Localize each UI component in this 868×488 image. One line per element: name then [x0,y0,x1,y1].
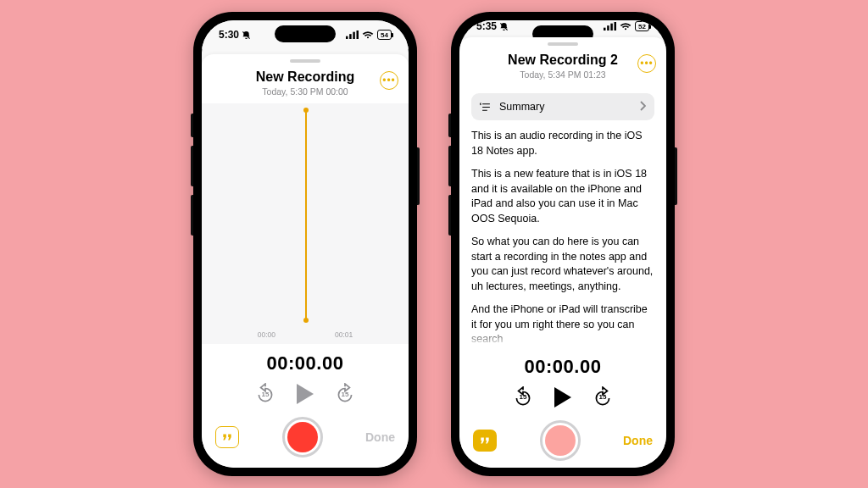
sheet-grabber[interactable] [290,59,320,63]
dnd-icon [242,30,251,40]
done-button[interactable]: Done [623,434,653,447]
recording-sheet: New Recording 2 Today, 5:34 PM 01:23 •••… [459,37,666,468]
transcript-paragraph: This is an audio recording in the iOS 18… [471,129,654,158]
play-icon [297,384,314,404]
svg-rect-6 [604,28,606,30]
summary-icon [480,102,492,113]
play-button[interactable] [554,387,571,408]
playhead-indicator [305,110,307,320]
done-button: Done [365,430,395,444]
chevron-right-icon [639,101,646,114]
signal-icon [346,30,359,39]
recording-subtitle: Today, 5:30 PM 00:00 [232,86,378,97]
svg-rect-1 [346,36,348,39]
transcript-button[interactable] [473,430,497,452]
record-button[interactable] [540,420,581,461]
dynamic-island [275,25,336,42]
record-button[interactable] [282,417,323,458]
svg-rect-3 [353,32,355,39]
recording-title[interactable]: New Recording [232,69,378,85]
phone-right: 5:35 52 New Recording 2 Today, 5:34 PM 0… [451,12,675,476]
summary-label: Summary [499,101,544,113]
dnd-icon [499,22,509,31]
waveform-tick: 00:00 [258,330,275,339]
skip-forward-button[interactable]: 15 [592,386,614,408]
recording-subtitle: Today, 5:34 PM 01:23 [490,69,636,80]
phone-left: 5:30 54 New Recording Today, 5:30 PM 00:… [193,12,417,476]
wifi-icon [620,22,632,31]
recording-sheet: New Recording Today, 5:30 PM 00:00 ••• 0… [202,54,409,468]
summary-button[interactable]: Summary [471,93,654,120]
playback-timer: 00:00.00 [459,356,666,378]
svg-rect-4 [357,30,359,39]
record-icon [545,425,576,456]
svg-rect-9 [615,22,617,30]
signal-icon [604,22,616,30]
wifi-icon [362,30,374,40]
transcript-paragraph: This is a new feature that is in iOS 18 … [471,167,654,226]
svg-rect-8 [610,24,613,30]
play-icon [554,387,571,408]
recording-title[interactable]: New Recording 2 [490,53,636,68]
more-button[interactable]: ••• [380,71,398,90]
sheet-grabber[interactable] [548,42,578,46]
svg-rect-2 [349,34,352,39]
playback-timer: 00:00.00 [202,352,409,374]
transcript-text[interactable]: This is an audio recording in the iOS 18… [471,129,654,347]
status-time: 5:30 [219,29,239,41]
screen: 5:35 52 New Recording 2 Today, 5:34 PM 0… [459,20,666,468]
skip-forward-button[interactable]: 15 [334,383,356,405]
waveform-tick: 00:01 [335,330,353,339]
transcript-paragraph: So what you can do here is you can start… [471,235,654,294]
waveform-area[interactable]: 00:00 00:01 [202,103,409,344]
screen: 5:30 54 New Recording Today, 5:30 PM 00:… [202,20,409,468]
more-button[interactable]: ••• [637,54,656,73]
transcript-button[interactable] [215,426,239,448]
play-button[interactable] [297,384,314,404]
status-time: 5:35 [476,20,497,32]
quote-icon [479,435,491,446]
status-bar: 5:35 52 [459,20,666,32]
skip-back-button[interactable]: 15 [512,386,534,408]
record-icon [287,422,318,452]
svg-rect-7 [607,25,609,30]
skip-back-button[interactable]: 15 [254,383,276,405]
quote-icon [221,432,233,442]
status-bar: 5:30 54 [202,20,409,49]
battery-icon: 52 [635,21,649,31]
battery-icon: 54 [377,30,392,40]
